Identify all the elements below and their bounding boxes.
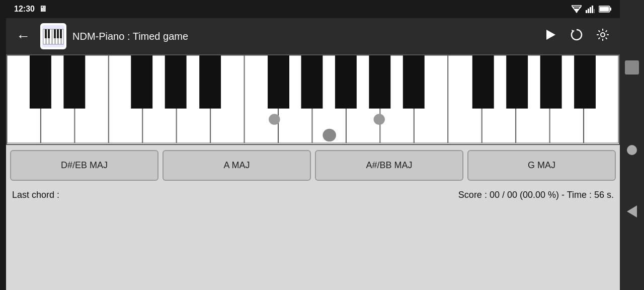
right-bar	[620, 0, 644, 290]
chord-buttons: D#/EB MAJ A MAJ A#/BB MAJ G MAJ	[6, 145, 620, 186]
svg-rect-6	[590, 7, 591, 13]
svg-rect-56	[472, 55, 494, 109]
svg-rect-47	[63, 55, 85, 109]
wifi-icon	[572, 5, 582, 13]
svg-point-27	[601, 33, 605, 37]
svg-rect-8	[594, 9, 595, 13]
back-button[interactable]: ←	[12, 24, 34, 48]
replay-button[interactable]	[566, 24, 588, 49]
app-header: ← NDM-Piano : Timed game	[6, 18, 620, 54]
app-title: NDM-Piano : Timed game	[72, 31, 533, 42]
svg-rect-22	[54, 29, 56, 38]
svg-rect-5	[588, 9, 589, 13]
svg-rect-50	[199, 55, 221, 109]
svg-marker-25	[546, 30, 555, 40]
settings-button[interactable]	[592, 24, 614, 49]
status-bar-left: 12:30 🖥	[14, 5, 47, 14]
time-display: 12:30	[14, 5, 35, 14]
svg-rect-11	[600, 7, 609, 12]
svg-rect-24	[60, 29, 62, 38]
piano-icon	[42, 25, 64, 47]
svg-rect-4	[586, 10, 587, 13]
right-bar-square	[625, 60, 639, 75]
replay-icon	[570, 28, 584, 42]
svg-rect-58	[540, 55, 562, 109]
svg-rect-49	[165, 55, 187, 109]
svg-point-60	[269, 114, 280, 125]
svg-rect-10	[610, 8, 611, 11]
right-bar-triangle[interactable]	[627, 205, 637, 218]
svg-rect-59	[574, 55, 596, 109]
status-bar: 12:30 🖥	[6, 0, 620, 18]
svg-point-62	[323, 129, 336, 141]
chord-button-2[interactable]: A#/BB MAJ	[315, 150, 463, 181]
svg-rect-21	[48, 29, 50, 38]
battery-icon	[599, 6, 612, 13]
svg-rect-48	[131, 55, 152, 109]
last-chord-label: Last chord :	[12, 190, 59, 200]
play-button[interactable]	[539, 24, 561, 49]
score-display: Score : 00 / 00 (00.00 %) - Time : 56 s.	[458, 190, 614, 200]
app-icon	[40, 23, 66, 49]
svg-rect-53	[335, 55, 357, 109]
right-bar-circle	[627, 145, 637, 155]
chord-button-3[interactable]: G MAJ	[467, 150, 616, 181]
svg-rect-57	[506, 55, 528, 109]
svg-point-61	[374, 114, 385, 125]
piano-section[interactable]	[6, 54, 620, 145]
chord-button-1[interactable]: A MAJ	[163, 150, 311, 181]
header-actions	[539, 24, 614, 49]
play-icon	[543, 28, 557, 42]
sim-icon: 🖥	[39, 5, 47, 14]
piano-keyboard[interactable]	[7, 55, 619, 144]
chord-button-0[interactable]: D#/EB MAJ	[10, 150, 158, 181]
svg-rect-23	[57, 29, 59, 38]
main-content: 12:30 🖥	[6, 0, 620, 290]
svg-rect-51	[268, 55, 289, 109]
status-bar-right	[572, 5, 612, 13]
left-bar	[0, 0, 6, 290]
settings-icon	[596, 28, 610, 42]
svg-rect-20	[45, 29, 47, 38]
svg-point-3	[576, 12, 578, 13]
svg-rect-52	[301, 55, 323, 109]
svg-rect-46	[30, 55, 51, 109]
signal-icon	[586, 5, 595, 13]
svg-rect-7	[592, 6, 593, 13]
bottom-status: Last chord : Score : 00 / 00 (00.00 %) -…	[6, 186, 620, 204]
svg-rect-55	[403, 55, 425, 109]
svg-rect-54	[369, 55, 390, 109]
